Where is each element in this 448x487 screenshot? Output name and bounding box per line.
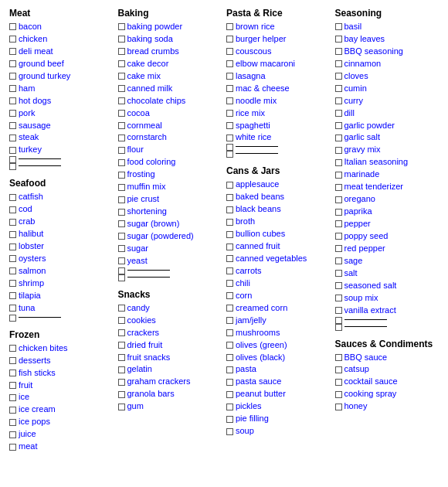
list-item[interactable]: yeast (118, 255, 222, 267)
checkbox-icon[interactable] (118, 147, 125, 154)
checkbox-icon[interactable] (9, 357, 16, 364)
checkbox-icon[interactable] (9, 122, 16, 129)
checkbox-icon[interactable] (118, 257, 125, 264)
list-item[interactable]: bullion cubes (226, 228, 331, 240)
checkbox-icon[interactable] (9, 194, 16, 201)
checkbox-icon[interactable] (118, 245, 125, 252)
blank-line[interactable] (335, 317, 440, 324)
list-item[interactable]: tuna (9, 302, 114, 315)
list-item[interactable]: bay leaves (335, 33, 440, 46)
checkbox-icon[interactable] (335, 97, 342, 104)
list-item[interactable]: gravy mix (335, 144, 440, 156)
list-item[interactable]: rice mix (226, 107, 331, 120)
list-item[interactable]: oysters (9, 253, 114, 265)
list-item[interactable]: sausage (9, 120, 114, 132)
checkbox-icon[interactable] (335, 317, 342, 324)
list-item[interactable]: halibut (9, 228, 114, 240)
checkbox-icon[interactable] (226, 23, 233, 30)
list-item[interactable]: couscous (226, 46, 331, 58)
list-item[interactable]: sage (335, 255, 440, 267)
list-item[interactable]: white rice (226, 131, 331, 144)
checkbox-icon[interactable] (335, 60, 342, 67)
list-item[interactable]: baking powder (118, 21, 222, 33)
list-item[interactable]: peanut butter (226, 388, 331, 400)
checkbox-icon[interactable] (226, 60, 233, 67)
list-item[interactable]: red pepper (335, 243, 440, 255)
list-item[interactable]: burger helper (226, 33, 331, 46)
checkbox-icon[interactable] (226, 122, 233, 129)
checkbox-icon[interactable] (226, 428, 233, 435)
list-item[interactable]: broth (226, 216, 331, 228)
checkbox-icon[interactable] (9, 231, 16, 238)
checkbox-icon[interactable] (118, 233, 125, 240)
list-item[interactable]: sugar (118, 243, 222, 255)
list-item[interactable]: seasoned salt (335, 280, 440, 292)
list-item[interactable]: carrots (226, 265, 331, 278)
checkbox-icon[interactable] (226, 194, 233, 201)
checkbox-icon[interactable] (9, 255, 16, 262)
checkbox-icon[interactable] (226, 305, 233, 312)
checkbox-icon[interactable] (9, 97, 16, 104)
list-item[interactable]: cornstarch (118, 131, 222, 144)
list-item[interactable]: corn (226, 290, 331, 302)
checkbox-icon[interactable] (335, 209, 342, 216)
list-item[interactable]: catfish (9, 191, 114, 203)
list-item[interactable]: steak (9, 131, 114, 144)
checkbox-icon[interactable] (9, 206, 16, 213)
blank-line[interactable] (9, 163, 114, 170)
blank-line[interactable] (9, 156, 114, 163)
checkbox-icon[interactable] (335, 391, 342, 398)
list-item[interactable]: garlic salt (335, 131, 440, 144)
list-item[interactable]: cake mix (118, 70, 222, 83)
checkbox-icon[interactable] (118, 209, 125, 216)
list-item[interactable]: mac & cheese (226, 83, 331, 95)
checkbox-icon[interactable] (9, 394, 16, 401)
list-item[interactable]: cod (9, 203, 114, 216)
list-item[interactable]: bread crumbs (118, 46, 222, 58)
list-item[interactable]: fruit (9, 380, 114, 392)
list-item[interactable]: cookies (118, 315, 222, 327)
checkbox-icon[interactable] (9, 163, 16, 170)
checkbox-icon[interactable] (226, 292, 233, 299)
checkbox-icon[interactable] (226, 416, 233, 423)
list-item[interactable]: vanilla extract (335, 305, 440, 317)
list-item[interactable]: paprika (335, 206, 440, 218)
checkbox-icon[interactable] (118, 184, 125, 191)
list-item[interactable]: creamed corn (226, 302, 331, 315)
list-item[interactable]: noodle mix (226, 95, 331, 107)
list-item[interactable]: oregano (335, 193, 440, 206)
checkbox-icon[interactable] (9, 135, 16, 141)
checkbox-icon[interactable] (118, 97, 125, 104)
list-item[interactable]: pasta sauce (226, 376, 331, 388)
checkbox-icon[interactable] (9, 147, 16, 154)
blank-line[interactable] (335, 324, 440, 331)
list-item[interactable]: black beans (226, 203, 331, 216)
list-item[interactable]: catsup (335, 363, 440, 376)
checkbox-icon[interactable] (9, 280, 16, 287)
list-item[interactable]: cornmeal (118, 120, 222, 132)
list-item[interactable]: garlic powder (335, 120, 440, 132)
checkbox-icon[interactable] (226, 182, 233, 189)
checkbox-icon[interactable] (9, 370, 16, 376)
checkbox-icon[interactable] (226, 85, 233, 92)
checkbox-icon[interactable] (118, 366, 125, 373)
list-item[interactable]: shrimp (9, 278, 114, 290)
checkbox-icon[interactable] (118, 60, 125, 67)
list-item[interactable]: applesauce (226, 179, 331, 191)
checkbox-icon[interactable] (226, 342, 233, 349)
list-item[interactable]: gum (118, 400, 222, 413)
list-item[interactable]: hot dogs (9, 95, 114, 107)
list-item[interactable]: ice cream (9, 404, 114, 416)
list-item[interactable]: baked beans (226, 191, 331, 203)
checkbox-icon[interactable] (9, 267, 16, 274)
list-item[interactable]: lasagna (226, 70, 331, 83)
checkbox-icon[interactable] (335, 379, 342, 386)
checkbox-icon[interactable] (118, 391, 125, 398)
checkbox-icon[interactable] (335, 147, 342, 154)
list-item[interactable]: olives (black) (226, 352, 331, 364)
checkbox-icon[interactable] (118, 379, 125, 386)
list-item[interactable]: frosting (118, 169, 222, 181)
checkbox-icon[interactable] (335, 220, 342, 227)
checkbox-icon[interactable] (335, 257, 342, 264)
list-item[interactable]: mushrooms (226, 327, 331, 339)
